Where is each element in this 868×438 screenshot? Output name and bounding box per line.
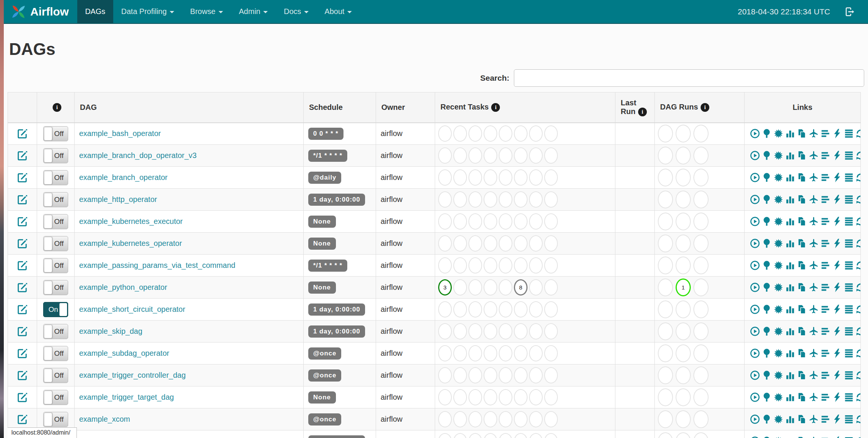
logs-link[interactable] xyxy=(843,415,855,423)
trigger-dag-link[interactable] xyxy=(749,393,761,401)
dag-link[interactable]: example_branch_operator xyxy=(79,173,168,181)
task-tries-link[interactable] xyxy=(796,436,808,438)
dag-pause-toggle[interactable]: On xyxy=(43,302,68,317)
dag-link[interactable]: example_bash_operator xyxy=(79,129,161,138)
dag-pause-toggle[interactable]: Off xyxy=(43,214,68,229)
refresh-link[interactable] xyxy=(855,239,861,247)
task-duration-link[interactable] xyxy=(784,261,796,269)
tree-view-link[interactable] xyxy=(761,173,773,181)
edit-dag-button[interactable] xyxy=(17,217,28,225)
landing-times-link[interactable] xyxy=(808,327,820,335)
nav-item-data-profiling[interactable]: Data Profiling xyxy=(113,0,182,23)
dag-link[interactable]: example_trigger_target_dag xyxy=(79,393,174,401)
code-view-link[interactable] xyxy=(831,195,843,203)
dag-link[interactable]: example_kubernetes_executor xyxy=(79,217,183,225)
tree-view-link[interactable] xyxy=(761,415,773,423)
logs-link[interactable] xyxy=(843,393,855,401)
task-duration-link[interactable] xyxy=(784,371,796,379)
dag-pause-toggle[interactable]: Off xyxy=(43,346,68,361)
dag-pause-toggle[interactable]: Off xyxy=(43,258,68,273)
graph-view-link[interactable] xyxy=(773,261,784,269)
gantt-view-link[interactable] xyxy=(820,239,831,247)
tree-view-link[interactable] xyxy=(761,261,773,269)
trigger-dag-link[interactable] xyxy=(749,261,761,269)
task-duration-link[interactable] xyxy=(784,173,796,181)
dag-pause-toggle[interactable]: Off xyxy=(43,368,68,383)
task-duration-link[interactable] xyxy=(784,327,796,335)
task-tries-link[interactable] xyxy=(796,151,808,159)
logs-link[interactable] xyxy=(843,349,855,357)
task-duration-link[interactable] xyxy=(784,129,796,137)
task-state-circle-queued[interactable]: 8 xyxy=(514,279,528,296)
edit-dag-button[interactable] xyxy=(17,195,28,203)
logs-link[interactable] xyxy=(843,239,855,247)
refresh-link[interactable] xyxy=(855,393,861,401)
trigger-dag-link[interactable] xyxy=(749,129,761,137)
gantt-view-link[interactable] xyxy=(820,349,831,357)
task-tries-link[interactable] xyxy=(796,217,808,225)
trigger-dag-link[interactable] xyxy=(749,217,761,225)
logs-link[interactable] xyxy=(843,283,855,291)
dag-link[interactable]: example_kubernetes_operator xyxy=(79,239,182,247)
edit-dag-button[interactable] xyxy=(17,173,28,181)
task-duration-link[interactable] xyxy=(784,415,796,423)
landing-times-link[interactable] xyxy=(808,436,820,438)
dag-link[interactable]: example_python_operator xyxy=(79,283,167,291)
task-duration-link[interactable] xyxy=(784,283,796,291)
code-view-link[interactable] xyxy=(831,371,843,379)
task-tries-link[interactable] xyxy=(796,261,808,269)
trigger-dag-link[interactable] xyxy=(749,305,761,313)
landing-times-link[interactable] xyxy=(808,239,820,247)
task-duration-link[interactable] xyxy=(784,436,796,438)
task-duration-link[interactable] xyxy=(784,349,796,357)
gantt-view-link[interactable] xyxy=(820,305,831,313)
logs-link[interactable] xyxy=(843,436,855,438)
graph-view-link[interactable] xyxy=(773,129,784,137)
refresh-link[interactable] xyxy=(855,283,861,291)
landing-times-link[interactable] xyxy=(808,151,820,159)
landing-times-link[interactable] xyxy=(808,217,820,225)
nav-item-docs[interactable]: Docs xyxy=(276,0,317,23)
landing-times-link[interactable] xyxy=(808,173,820,181)
tree-view-link[interactable] xyxy=(761,393,773,401)
edit-dag-button[interactable] xyxy=(17,239,28,247)
task-tries-link[interactable] xyxy=(796,349,808,357)
dag-link[interactable]: example_subdag_operator xyxy=(79,349,169,357)
task-duration-link[interactable] xyxy=(784,239,796,247)
edit-dag-button[interactable] xyxy=(17,349,28,357)
refresh-link[interactable] xyxy=(855,151,861,159)
task-duration-link[interactable] xyxy=(784,217,796,225)
code-view-link[interactable] xyxy=(831,217,843,225)
task-tries-link[interactable] xyxy=(796,129,808,137)
task-duration-link[interactable] xyxy=(784,195,796,203)
dag-link[interactable]: example_xcom xyxy=(79,415,130,423)
task-tries-link[interactable] xyxy=(796,305,808,313)
gantt-view-link[interactable] xyxy=(820,129,831,137)
graph-view-link[interactable] xyxy=(773,393,784,401)
task-tries-link[interactable] xyxy=(796,283,808,291)
landing-times-link[interactable] xyxy=(808,195,820,203)
edit-dag-button[interactable] xyxy=(17,415,28,423)
graph-view-link[interactable] xyxy=(773,327,784,335)
trigger-dag-link[interactable] xyxy=(749,415,761,423)
gantt-view-link[interactable] xyxy=(820,393,831,401)
refresh-link[interactable] xyxy=(855,261,861,269)
dag-pause-toggle[interactable]: Off xyxy=(43,280,68,295)
trigger-dag-link[interactable] xyxy=(749,151,761,159)
code-view-link[interactable] xyxy=(831,239,843,247)
graph-view-link[interactable] xyxy=(773,283,784,291)
gantt-view-link[interactable] xyxy=(820,261,831,269)
dag-link[interactable]: example_trigger_controller_dag xyxy=(79,371,186,379)
gantt-view-link[interactable] xyxy=(820,283,831,291)
landing-times-link[interactable] xyxy=(808,415,820,423)
trigger-dag-link[interactable] xyxy=(749,195,761,203)
tree-view-link[interactable] xyxy=(761,283,773,291)
trigger-dag-link[interactable] xyxy=(749,283,761,291)
task-duration-link[interactable] xyxy=(784,305,796,313)
landing-times-link[interactable] xyxy=(808,283,820,291)
refresh-link[interactable] xyxy=(855,173,861,181)
refresh-link[interactable] xyxy=(855,415,861,423)
trigger-dag-link[interactable] xyxy=(749,173,761,181)
code-view-link[interactable] xyxy=(831,173,843,181)
graph-view-link[interactable] xyxy=(773,195,784,203)
